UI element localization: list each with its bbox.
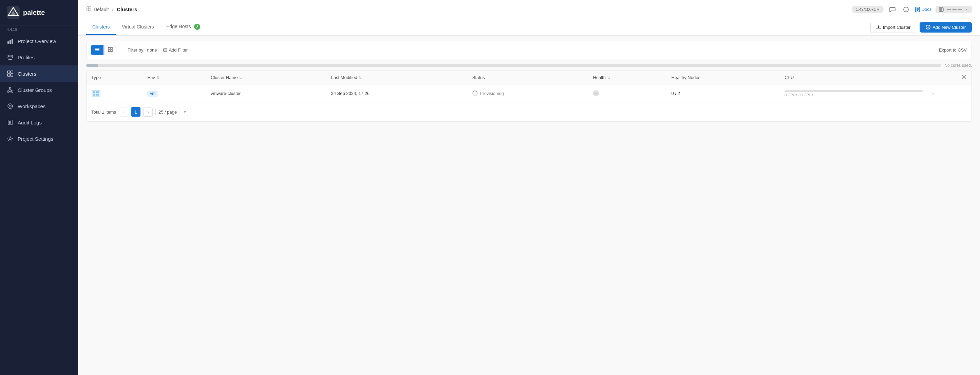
svg-rect-9 xyxy=(8,74,10,76)
col-settings[interactable] xyxy=(928,71,972,84)
cell-cluster-name: vmware-cluster xyxy=(206,84,326,103)
cpu-usage-bar xyxy=(86,64,941,67)
sidebar-item-label: Workspaces xyxy=(18,103,46,109)
health-icon: — xyxy=(593,90,599,96)
edge-hosts-badge: 3 xyxy=(194,24,200,30)
sidebar-item-project-overview[interactable]: Project Overview xyxy=(0,33,78,49)
sidebar-item-workspaces[interactable]: Workspaces xyxy=(0,98,78,114)
chart-icon xyxy=(7,38,14,44)
cell-status: Provisioning xyxy=(468,84,589,103)
svg-rect-4 xyxy=(10,40,11,44)
page-title: Clusters xyxy=(117,6,137,12)
row-chevron-icon[interactable]: › xyxy=(932,90,934,96)
sidebar-item-cluster-groups[interactable]: Cluster Groups xyxy=(0,82,78,98)
sidebar-item-audit-logs[interactable]: Audit Logs xyxy=(0,114,78,131)
pagination-next-button[interactable]: › xyxy=(143,107,153,117)
filter-bar: Filter by: none Add Filter Export to CSV xyxy=(86,41,972,59)
svg-line-14 xyxy=(8,89,10,91)
svg-rect-43 xyxy=(95,51,99,51)
sidebar-item-project-settings[interactable]: Project Settings xyxy=(0,131,78,147)
project-name[interactable]: Default xyxy=(94,7,108,12)
table-header-row: Type Env⇅ Cluster Name⇅ Last Modified⇅ S… xyxy=(86,71,972,84)
col-last-modified[interactable]: Last Modified⇅ xyxy=(326,71,467,84)
svg-point-6 xyxy=(8,55,13,57)
circle-icon[interactable] xyxy=(901,5,911,14)
sidebar: palette 4.4.19 Project Overview Profiles… xyxy=(0,0,78,375)
cell-last-modified: 24 Sep 2024, 17:26 xyxy=(326,84,467,103)
tab-clusters[interactable]: Clusters xyxy=(86,19,116,35)
topbar-right: 1.43/100kCH Docs — — — xyxy=(852,5,972,14)
page-size-wrapper: 10 / page 25 / page 50 / page 100 / page xyxy=(156,108,188,116)
col-cluster-name[interactable]: Cluster Name⇅ xyxy=(206,71,326,84)
svg-rect-46 xyxy=(108,50,110,52)
cpu-bar xyxy=(784,90,923,92)
sidebar-item-label: Project Settings xyxy=(18,136,53,142)
tab-label: Edge Hosts xyxy=(166,24,191,29)
table-row[interactable]: vm vmware-cluster 24 Sep 2024, 17:26 Pro… xyxy=(86,84,972,103)
settings-icon xyxy=(7,135,14,142)
svg-rect-5 xyxy=(11,39,13,44)
docs-link[interactable]: Docs xyxy=(915,7,932,12)
sidebar-item-clusters[interactable]: Clusters xyxy=(0,65,78,82)
svg-rect-10 xyxy=(11,74,13,76)
cpu-bar-cell: 0 CPUs / 0 CPUs xyxy=(784,90,923,97)
palette-logo-icon xyxy=(7,6,20,19)
filter-value: none xyxy=(147,47,157,52)
add-filter-button[interactable]: Add Filter xyxy=(160,46,190,54)
svg-line-15 xyxy=(10,89,12,91)
svg-rect-45 xyxy=(111,47,112,49)
add-filter-label: Add Filter xyxy=(169,47,188,52)
cell-chevron[interactable]: › xyxy=(928,84,972,103)
pagination-page-1[interactable]: 1 xyxy=(131,107,140,117)
tab-edge-hosts[interactable]: Edge Hosts 3 xyxy=(160,19,206,35)
env-badge: vm xyxy=(147,90,158,97)
cell-health: — xyxy=(588,84,667,103)
status-spinner-icon xyxy=(473,90,478,96)
user-menu[interactable]: — — — xyxy=(935,6,972,13)
sidebar-item-label: Cluster Groups xyxy=(18,87,52,93)
cpu-text: 0 CPUs / 0 CPUs xyxy=(784,93,923,97)
tab-label: Virtual Clusters xyxy=(122,24,154,30)
add-new-cluster-button[interactable]: Add New Cluster xyxy=(920,22,972,33)
svg-point-17 xyxy=(8,104,13,109)
col-env[interactable]: Env⇅ xyxy=(143,71,206,84)
grid-view-button[interactable] xyxy=(104,45,116,55)
cell-healthy-nodes: 0 / 2 xyxy=(667,84,780,103)
svg-rect-56 xyxy=(96,93,99,96)
cell-type xyxy=(86,84,143,103)
chat-icon[interactable] xyxy=(888,5,897,14)
sidebar-item-profiles[interactable]: Profiles xyxy=(0,49,78,65)
svg-point-18 xyxy=(9,105,11,107)
list-view-button[interactable] xyxy=(91,45,103,55)
filter-by-label: Filter by: none xyxy=(127,47,157,52)
import-button-label: Import Cluster xyxy=(883,25,911,30)
sidebar-item-label: Audit Logs xyxy=(18,120,42,125)
topbar: Default / Clusters 1.43/100kCH Docs — — … xyxy=(78,0,980,19)
svg-rect-3 xyxy=(8,41,9,44)
layers-icon xyxy=(7,54,14,61)
docs-label: Docs xyxy=(922,7,932,12)
vmware-type-icon xyxy=(91,89,101,98)
svg-rect-7 xyxy=(8,71,10,73)
nodes-icon xyxy=(7,87,14,93)
svg-rect-44 xyxy=(108,47,110,49)
page-size-select[interactable]: 10 / page 25 / page 50 / page 100 / page xyxy=(156,108,188,116)
cell-cpu: 0 CPUs / 0 CPUs xyxy=(780,84,928,103)
tab-virtual-clusters[interactable]: Virtual Clusters xyxy=(116,19,160,35)
svg-rect-54 xyxy=(96,91,99,93)
user-area-text: — — — xyxy=(947,7,962,12)
svg-point-23 xyxy=(9,138,11,140)
col-health[interactable]: Health⇅ xyxy=(588,71,667,84)
sidebar-item-label: Project Overview xyxy=(18,38,56,44)
add-button-label: Add New Cluster xyxy=(932,25,966,30)
export-csv-button[interactable]: Export to CSV xyxy=(939,47,967,52)
tab-label: Clusters xyxy=(92,24,110,30)
col-type: Type xyxy=(86,71,143,84)
svg-point-51 xyxy=(963,76,965,78)
content-area: Filter by: none Add Filter Export to CSV… xyxy=(78,36,980,375)
svg-point-29 xyxy=(906,10,906,11)
cpu-usage-fill xyxy=(86,64,99,67)
import-cluster-button[interactable]: Import Cluster xyxy=(870,22,916,33)
breadcrumb: Default / Clusters xyxy=(86,6,137,13)
pagination-prev-button[interactable]: ‹ xyxy=(119,107,128,117)
